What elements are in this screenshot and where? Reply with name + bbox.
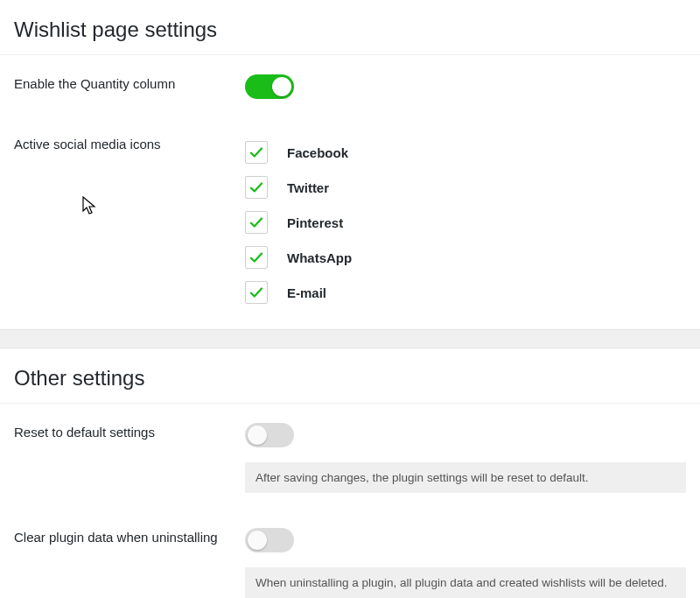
check-icon [248, 250, 264, 265]
check-icon [248, 285, 264, 300]
checkbox-facebook[interactable] [245, 141, 268, 164]
other-settings-section: Other settings [0, 366, 700, 390]
checkbox-label: Twitter [287, 180, 329, 195]
enable-quantity-row: Enable the Quantity column [14, 55, 686, 110]
clear-data-label: Clear plugin data when uninstalling [14, 528, 245, 545]
checkbox-item-twitter: Twitter [245, 170, 686, 205]
checkbox-pinterest[interactable] [245, 211, 268, 234]
check-icon [248, 144, 264, 160]
clear-data-row: Clear plugin data when uninstalling When… [14, 502, 686, 598]
clear-data-description: When uninstalling a plugin, all plugin d… [245, 567, 686, 598]
checkbox-label: Pinterest [287, 215, 343, 230]
checkbox-label: Facebook [287, 145, 348, 160]
checkbox-item-facebook: Facebook [245, 135, 686, 170]
toggle-knob [248, 426, 267, 445]
reset-default-label: Reset to default settings [14, 423, 245, 440]
checkbox-whatsapp[interactable] [245, 246, 268, 269]
reset-default-row: Reset to default settings After saving c… [14, 404, 686, 502]
social-icons-list: Facebook Twitter Pinterest [245, 135, 686, 310]
wishlist-page-settings-section: Wishlist page settings [0, 18, 700, 42]
enable-quantity-label: Enable the Quantity column [14, 74, 245, 91]
clear-data-toggle[interactable] [245, 528, 294, 552]
social-icons-row: Active social media icons Facebook Twitt… [14, 110, 686, 329]
toggle-knob [248, 531, 267, 550]
checkbox-twitter[interactable] [245, 176, 268, 199]
checkbox-item-email: E-mail [245, 275, 686, 310]
checkbox-label: E-mail [287, 285, 326, 300]
reset-default-toggle[interactable] [245, 423, 294, 447]
checkbox-item-whatsapp: WhatsApp [245, 240, 686, 275]
reset-default-description: After saving changes, the plugin setting… [245, 462, 686, 493]
checkbox-label: WhatsApp [287, 250, 352, 265]
enable-quantity-toggle[interactable] [245, 74, 294, 99]
check-icon [248, 179, 264, 195]
check-icon [248, 215, 264, 230]
checkbox-item-pinterest: Pinterest [245, 205, 686, 240]
section-divider [0, 329, 700, 348]
checkbox-email[interactable] [245, 281, 268, 304]
toggle-knob [272, 77, 291, 96]
section-title: Other settings [14, 366, 686, 390]
section-title: Wishlist page settings [14, 18, 686, 42]
social-icons-label: Active social media icons [14, 135, 245, 151]
